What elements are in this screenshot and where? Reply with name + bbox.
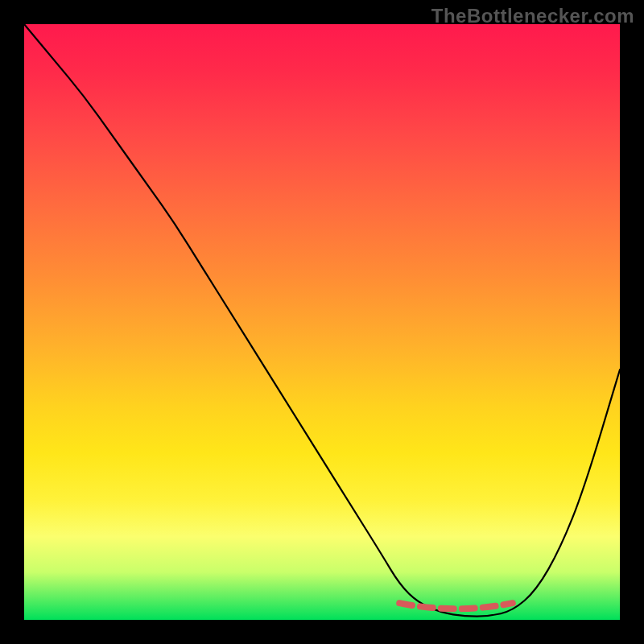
plot-area [24, 24, 620, 620]
chart-svg [24, 24, 620, 620]
chart-frame: TheBottlenecker.com [0, 0, 644, 644]
bottleneck-curve [24, 24, 620, 617]
optimal-region-marker [399, 603, 513, 609]
